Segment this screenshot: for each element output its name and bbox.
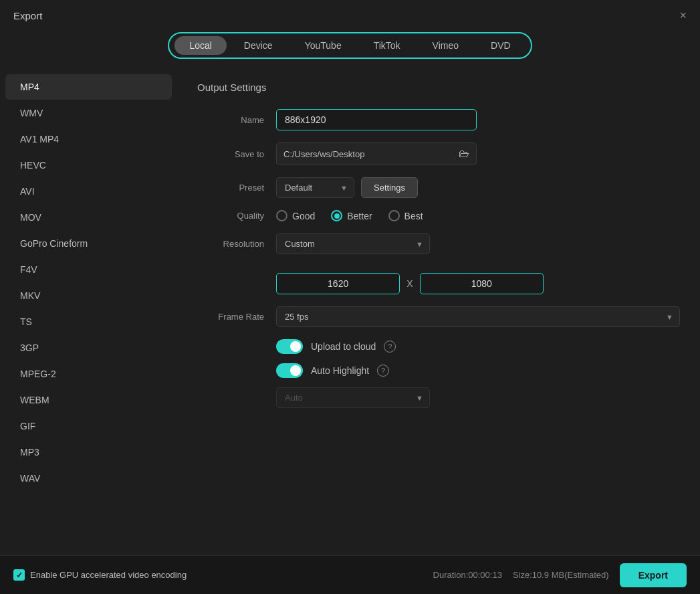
frame-rate-label: Frame Rate [197,312,264,322]
auto-select: Auto [276,387,430,408]
frame-rate-select[interactable]: 25 fps 24 fps 30 fps 60 fps [276,306,680,327]
upload-cloud-toggle[interactable] [276,339,303,354]
gpu-label: Enable GPU accelerated video encoding [30,570,187,580]
tab-device[interactable]: Device [229,36,287,55]
title-bar: Export × [0,0,700,27]
name-row: Name [197,109,680,130]
quality-label: Quality [197,211,264,221]
sidebar-item-wav[interactable]: WAV [5,466,172,491]
tab-dvd[interactable]: DVD [476,36,526,55]
close-button[interactable]: × [679,9,687,21]
tab-container: Local Device YouTube TikTok Vimeo DVD [168,32,532,59]
tab-youtube[interactable]: YouTube [290,36,356,55]
sidebar-item-hevc[interactable]: HEVC [5,153,172,178]
sidebar-item-wmv[interactable]: WMV [5,100,172,126]
sidebar-item-mkv[interactable]: MKV [5,283,172,308]
settings-panel: Output Settings Name Save to C:/Users/ws… [177,68,700,555]
gpu-checkbox[interactable] [13,569,25,581]
quality-good[interactable]: Good [276,210,315,221]
sidebar-item-mpeg2[interactable]: MPEG-2 [5,361,172,387]
sidebar-item-mp3[interactable]: MP3 [5,439,172,465]
tab-local[interactable]: Local [174,36,226,55]
sidebar-item-f4v[interactable]: F4V [5,257,172,282]
folder-icon[interactable]: 🗁 [459,148,469,160]
auto-highlight-toggle[interactable] [276,363,303,378]
quality-better[interactable]: Better [331,210,372,221]
toggles-section: Upload to cloud ? Auto Highlight ? Auto … [276,339,680,408]
quality-options: Good Better Best [276,210,423,221]
resolution-label: Resolution [197,239,264,249]
auto-select-wrap: Auto ▼ [276,387,430,408]
name-input[interactable] [276,109,477,130]
radio-good-icon [276,210,287,221]
resolution-dimensions-row: X [197,266,680,294]
auto-dropdown-row: Auto ▼ [276,387,680,408]
preset-label: Preset [197,183,264,193]
quality-best-label: Best [404,211,423,221]
quality-better-label: Better [347,211,372,221]
preset-select-wrap: Default Custom High Quality Low Quality … [276,177,354,198]
preset-control: Default Custom High Quality Low Quality … [276,177,418,198]
sidebar-item-ts[interactable]: TS [5,309,172,334]
upload-cloud-help-icon[interactable]: ? [384,340,396,353]
upload-cloud-label: Upload to cloud [311,341,376,352]
resolution-x-label: X [406,278,413,289]
gpu-check: Enable GPU accelerated video encoding [13,569,187,581]
tab-tiktok[interactable]: TikTok [359,36,415,55]
size-info: Size:10.9 MB(Estimated) [513,570,609,580]
sidebar-item-gopro[interactable]: GoPro Cineform [5,231,172,256]
main-content: MP4 WMV AV1 MP4 HEVC AVI MOV GoPro Cinef… [0,68,700,555]
quality-good-label: Good [292,211,315,221]
preset-select[interactable]: Default Custom High Quality Low Quality [276,177,354,198]
resolution-row: Resolution Custom 1920x1080 1280x720 384… [197,233,680,254]
auto-highlight-help-icon[interactable]: ? [377,365,389,377]
sidebar-item-mov[interactable]: MOV [5,205,172,230]
bottom-bar: Enable GPU accelerated video encoding Du… [0,555,700,594]
resolution-height-input[interactable] [420,273,544,294]
resolution-control: Custom 1920x1080 1280x720 3840x2160 ▼ [276,233,430,254]
preset-row: Preset Default Custom High Quality Low Q… [197,177,680,198]
sidebar-item-mp4[interactable]: MP4 [5,74,172,100]
resolution-select[interactable]: Custom 1920x1080 1280x720 3840x2160 [276,233,430,254]
export-button[interactable]: Export [620,563,687,587]
sidebar: MP4 WMV AV1 MP4 HEVC AVI MOV GoPro Cinef… [0,68,177,555]
name-label: Name [197,115,264,125]
upload-cloud-row: Upload to cloud ? [276,339,680,354]
auto-highlight-row: Auto Highlight ? [276,363,680,378]
tab-bar: Local Device YouTube TikTok Vimeo DVD [0,27,700,68]
save-to-path-row[interactable]: C:/Users/ws/Desktop 🗁 [276,142,477,165]
resolution-custom: X [276,273,544,294]
quality-row: Quality Good Better Best [197,210,680,221]
resolution-select-wrap: Custom 1920x1080 1280x720 3840x2160 ▼ [276,233,430,254]
export-window: Export × Local Device YouTube TikTok Vim… [0,0,700,594]
save-to-control: C:/Users/ws/Desktop 🗁 [276,142,477,165]
duration-info: Duration:00:00:13 [433,570,502,580]
save-to-label: Save to [197,149,264,159]
section-title: Output Settings [197,82,680,93]
window-title: Export [13,10,42,21]
quality-best[interactable]: Best [388,210,423,221]
sidebar-item-gif[interactable]: GIF [5,413,172,439]
tab-vimeo[interactable]: Vimeo [418,36,473,55]
frame-rate-row: Frame Rate 25 fps 24 fps 30 fps 60 fps ▼ [197,306,680,327]
save-to-row: Save to C:/Users/ws/Desktop 🗁 [197,142,680,165]
sidebar-item-3gp[interactable]: 3GP [5,335,172,361]
settings-button[interactable]: Settings [361,177,418,198]
name-input-wrap [276,109,477,130]
frame-rate-select-wrap: 25 fps 24 fps 30 fps 60 fps ▼ [276,306,680,327]
sidebar-item-av1mp4[interactable]: AV1 MP4 [5,126,172,152]
radio-best-icon [388,210,400,221]
save-to-path: C:/Users/ws/Desktop [283,149,459,159]
resolution-width-input[interactable] [276,273,400,294]
sidebar-item-avi[interactable]: AVI [5,179,172,204]
sidebar-item-webm[interactable]: WEBM [5,387,172,413]
radio-better-icon [331,210,342,221]
auto-highlight-label: Auto Highlight [311,365,369,376]
